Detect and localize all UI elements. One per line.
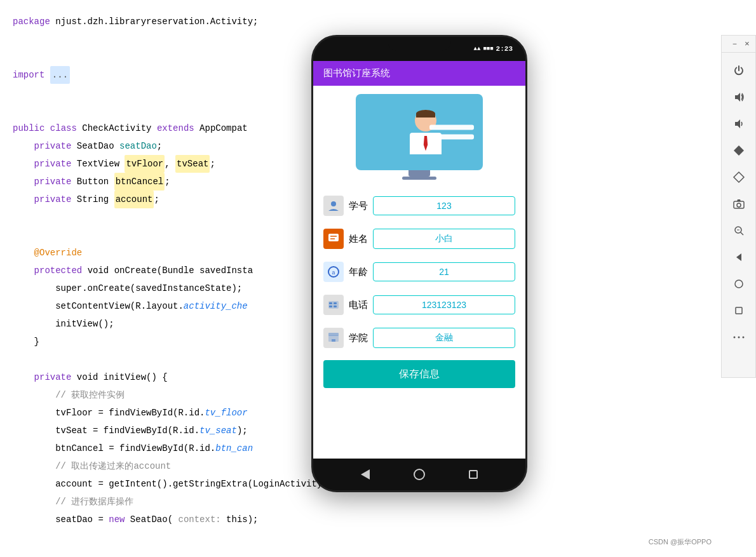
label-age: 年龄 [349,266,368,278]
label-name: 姓名 [349,233,368,245]
age-icon: a [323,262,344,282]
status-right: ▲▲ ■■■ 2:23 [474,45,513,53]
status-time: 2:23 [496,45,513,53]
svg-rect-25 [736,307,742,314]
svg-marker-14 [735,93,740,102]
avatar-card [356,94,483,170]
label-college: 学院 [349,332,368,344]
svg-rect-12 [328,333,339,336]
signal-icon: ■■■ [483,46,493,52]
svg-marker-15 [735,119,740,128]
volume-down-button[interactable] [727,112,750,135]
svg-point-26 [733,337,735,339]
svg-rect-10 [334,305,337,307]
svg-rect-7 [329,302,332,304]
svg-line-21 [741,232,743,235]
phone-bottom-nav [313,459,525,490]
close-button[interactable]: × [743,39,752,48]
avatar-tie [423,136,428,151]
form-section: 学号 123 姓名 小白 a 年龄 21 [313,187,525,459]
code-line: // 进行数据库操作 [13,493,534,511]
form-row-college: 学院 金融 [323,325,515,351]
avatar-section [313,86,525,187]
form-row-age: a 年龄 21 [323,258,515,285]
minimize-button[interactable]: － [730,39,739,48]
svg-marker-16 [734,145,744,156]
recents-icon [469,470,478,479]
form-row-student-id: 学号 123 [323,192,515,219]
svg-rect-8 [329,305,332,307]
zoom-button[interactable] [727,219,750,242]
label-phone: 电话 [349,299,368,311]
svg-rect-13 [332,339,335,342]
label-student-id: 学号 [349,200,368,212]
svg-rect-1 [328,234,339,241]
app-title: 图书馆订座系统 [323,67,390,79]
svg-point-24 [735,280,743,288]
svg-text:a: a [332,270,335,276]
phone-status-bar: ▲▲ ■■■ 2:23 [313,37,525,61]
right-panel: － × [721,35,756,378]
phone-notch [388,37,451,51]
form-row-phone: 电话 123123123 [323,292,515,318]
panel-tools [722,53,755,355]
input-phone[interactable]: 123123123 [373,295,515,314]
power-button[interactable] [727,59,750,82]
app-screen: 图书馆订座系统 [313,61,525,459]
wifi-icon: ▲▲ [474,46,481,52]
svg-rect-9 [334,302,337,304]
app-header: 图书馆订座系统 [313,61,525,86]
volume-up-button[interactable] [727,86,750,109]
student-id-icon [323,196,344,216]
svg-point-28 [742,337,744,339]
college-icon [323,328,344,348]
watermark: CSDN @振华OPPO [649,537,712,547]
back-nav-button[interactable] [727,246,750,269]
code-line: package njust.dzh.libraryreservation.Act… [13,13,534,30]
svg-point-27 [738,337,739,339]
save-button[interactable]: 保存信息 [323,360,515,388]
form-row-name: 姓名 小白 [323,225,515,252]
svg-point-0 [331,201,336,206]
home-nav-button[interactable] [727,272,750,295]
input-student-id[interactable]: 123 [373,196,515,215]
recents-button[interactable] [466,467,480,481]
more-button[interactable] [727,326,750,349]
home-icon [414,469,425,480]
back-button[interactable] [358,467,372,481]
input-age[interactable]: 21 [373,262,515,281]
phone-icon [323,295,344,315]
input-name[interactable]: 小白 [373,229,515,249]
diamond-outline-button[interactable] [727,166,750,189]
diamond-filled-button[interactable] [727,139,750,162]
phone-mockup: ▲▲ ■■■ 2:23 图书馆订座系统 [311,35,527,492]
svg-rect-6 [328,301,339,309]
input-college[interactable]: 金融 [373,328,515,348]
svg-marker-23 [736,253,741,261]
camera-button[interactable] [727,192,750,215]
panel-header: － × [722,36,755,53]
back-icon [361,469,370,480]
code-line: seatDao = new SeatDao( context: this); [13,511,534,528]
recents-nav-button[interactable] [727,299,750,322]
home-button[interactable] [412,467,426,481]
name-icon [323,229,344,249]
svg-marker-17 [734,172,744,182]
svg-point-19 [737,203,741,207]
